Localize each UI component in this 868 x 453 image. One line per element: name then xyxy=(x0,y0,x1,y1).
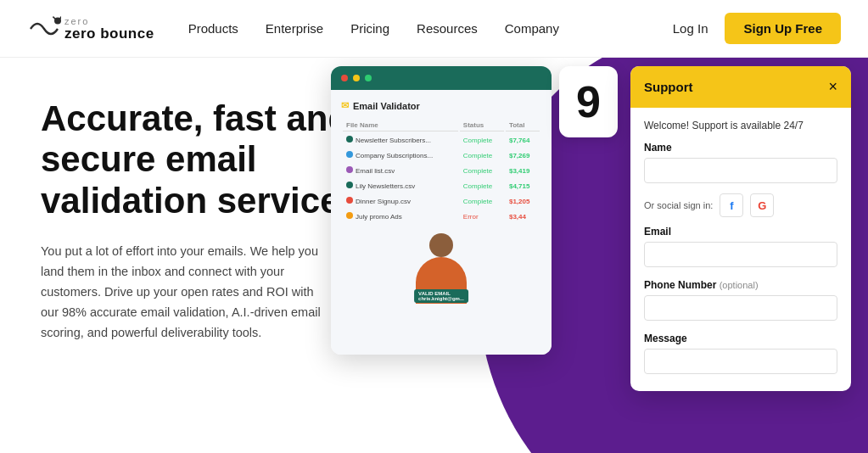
email-input[interactable] xyxy=(644,242,837,267)
logo[interactable]: zero zero bounce xyxy=(27,15,154,42)
mockup-topbar xyxy=(331,66,552,90)
signup-button[interactable]: Sign Up Free xyxy=(725,13,841,44)
mockup-title: ✉ Email Validator xyxy=(341,100,541,111)
dot-green xyxy=(365,75,372,81)
name-label: Name xyxy=(644,142,837,154)
nav-company[interactable]: Company xyxy=(505,21,559,36)
navbar: zero zero bounce Products Enterprise Pri… xyxy=(0,0,868,58)
facebook-signin-button[interactable]: f xyxy=(720,193,743,217)
email-label: Email xyxy=(644,226,837,238)
stat-bubble: 9 xyxy=(559,66,618,137)
person-illustration: VALID EMAIL chris.knight@gm... xyxy=(341,233,541,301)
svg-line-1 xyxy=(53,16,55,19)
logo-icon xyxy=(27,15,61,42)
support-title: Support xyxy=(644,80,693,94)
logo-brand-text: zero bounce xyxy=(64,26,154,41)
google-signin-button[interactable]: G xyxy=(750,193,774,217)
close-icon[interactable]: × xyxy=(828,78,837,96)
valid-email-badge: VALID EMAIL chris.knight@gm... xyxy=(414,289,468,303)
table-row: Newsletter Subscribers... Complete $7,76… xyxy=(343,133,540,147)
nav-resources[interactable]: Resources xyxy=(417,21,478,36)
nav-actions: Log In Sign Up Free xyxy=(673,13,841,44)
message-input[interactable] xyxy=(644,349,837,374)
nav-enterprise[interactable]: Enterprise xyxy=(266,21,323,36)
col-filename: File Name xyxy=(343,120,458,131)
table-row: July promo Ads Error $3,44 xyxy=(343,210,540,223)
table-row: Dinner Signup.csv Complete $1,205 xyxy=(343,194,540,208)
mockup-body: ✉ Email Validator File Name Status Total… xyxy=(331,90,552,355)
nav-links: Products Enterprise Pricing Resources Co… xyxy=(188,21,673,36)
table-row: Lily Newsletters.csv Complete $4,715 xyxy=(343,179,540,193)
phone-label: Phone Number (optional) xyxy=(644,279,837,291)
support-widget: Support × Welcome! Support is available … xyxy=(630,66,851,391)
name-input[interactable] xyxy=(644,158,837,183)
support-body: Welcome! Support is available 24/7 Name … xyxy=(630,108,851,391)
hero-right: 9 ✉ Email Validator File Name Status xyxy=(382,58,868,453)
mockup-table: File Name Status Total Newsletter Subscr… xyxy=(341,118,541,225)
support-welcome-text: Welcome! Support is available 24/7 xyxy=(644,120,837,131)
nav-pricing[interactable]: Pricing xyxy=(350,21,389,36)
support-header: Support × xyxy=(630,66,851,108)
nav-products[interactable]: Products xyxy=(188,21,238,36)
hero-section: Accurate, fast and secure email validati… xyxy=(0,58,868,453)
hero-left: Accurate, fast and secure email validati… xyxy=(0,58,382,453)
login-button[interactable]: Log In xyxy=(673,21,708,36)
stat-number: 9 xyxy=(576,77,601,126)
col-total: Total xyxy=(506,120,540,131)
social-label: Or social sign in: xyxy=(644,200,713,210)
phone-optional: (optional) xyxy=(720,280,759,290)
app-mockup: ✉ Email Validator File Name Status Total… xyxy=(331,66,552,355)
hero-heading: Accurate, fast and secure email validati… xyxy=(41,98,355,221)
phone-input[interactable] xyxy=(644,295,837,321)
svg-line-2 xyxy=(59,16,61,19)
table-row: Company Subscriptions... Complete $7,269 xyxy=(343,148,540,162)
dot-red xyxy=(341,75,348,81)
dot-yellow xyxy=(353,75,360,81)
message-label: Message xyxy=(644,333,837,344)
hero-description: You put a lot of effort into your emails… xyxy=(41,242,329,344)
col-status: Status xyxy=(460,120,504,131)
social-signin-row: Or social sign in: f G xyxy=(644,193,837,217)
table-row: Email list.csv Complete $3,419 xyxy=(343,164,540,177)
